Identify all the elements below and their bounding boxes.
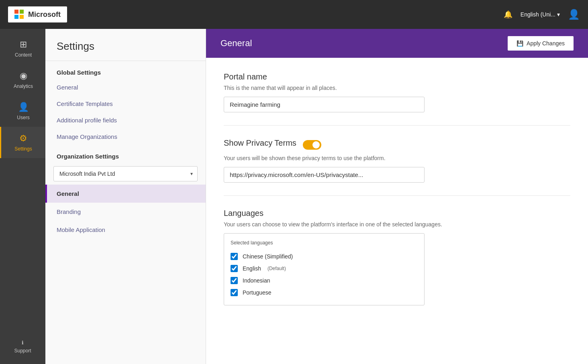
portal-name-description: This is the name that will appear in all…	[224, 85, 570, 91]
languages-box: Selected languages Chinese (Simplified) …	[224, 233, 425, 305]
global-general-item[interactable]: General	[45, 79, 206, 96]
content-area: General 💾 Apply Changes Portal name This…	[206, 29, 588, 364]
nav-item-settings[interactable]: ⚙ Settings	[0, 127, 45, 158]
nav-label-content: Content	[15, 52, 32, 58]
global-settings-header: Global Settings	[45, 61, 206, 79]
language-selector[interactable]: English (Uni... ▾	[521, 11, 560, 18]
topbar-right: 🔔 English (Uni... ▾ 👤	[504, 9, 580, 20]
lang-checkbox-portuguese[interactable]	[231, 289, 238, 296]
language-label: English (Uni...	[521, 11, 555, 18]
nav-label-analytics: Analytics	[14, 83, 33, 89]
selected-languages-label: Selected languages	[231, 240, 418, 246]
ms-logo: Microsoft	[8, 6, 67, 22]
user-avatar-icon[interactable]: 👤	[568, 9, 580, 20]
ms-brand-name: Microsoft	[28, 10, 61, 19]
global-additional-profile-fields-item[interactable]: Additional profile fields	[45, 112, 206, 128]
ms-grid-green	[20, 10, 24, 14]
users-icon: 👤	[18, 102, 29, 112]
privacy-terms-description: Your users will be shown these privacy t…	[224, 155, 570, 161]
language-chevron-icon: ▾	[557, 11, 560, 18]
lang-item-chinese: Chinese (Simplified)	[231, 250, 418, 262]
global-manage-organizations-item[interactable]: Manage Organizations	[45, 128, 206, 145]
nav-label-settings: Settings	[14, 146, 32, 152]
content-icon: ⊞	[20, 39, 27, 50]
privacy-toggle-slider	[303, 140, 321, 150]
ms-grid-red	[14, 10, 18, 14]
divider-1	[224, 125, 570, 126]
content-body: Portal name This is the name that will a…	[206, 58, 588, 364]
analytics-icon: ◉	[20, 71, 27, 81]
main-layout: ⊞ Content ◉ Analytics 👤 Users ⚙ Settings…	[0, 29, 588, 364]
settings-icon: ⚙	[19, 133, 27, 144]
lang-item-portuguese: Portuguese	[231, 287, 418, 299]
apply-changes-button[interactable]: 💾 Apply Changes	[508, 36, 574, 51]
privacy-terms-section: Show Privacy Terms Your users will be sh…	[224, 138, 570, 183]
nav-label-users: Users	[17, 115, 29, 120]
lang-item-indonesian: Indonesian	[231, 275, 418, 287]
languages-description: Your users can choose to view the platfo…	[224, 221, 570, 228]
global-certificate-templates-item[interactable]: Certificate Templates	[45, 96, 206, 112]
org-dropdown-wrap: Microsoft India Pvt Ltd ▾	[53, 166, 198, 181]
left-nav: ⊞ Content ◉ Analytics 👤 Users ⚙ Settings…	[0, 29, 45, 364]
nav-label-support: Support	[14, 348, 31, 354]
privacy-terms-title: Show Privacy Terms	[224, 138, 296, 148]
ms-logo-grid	[14, 10, 24, 19]
lang-checkbox-indonesian[interactable]	[231, 277, 238, 284]
lang-label-chinese: Chinese (Simplified)	[243, 253, 293, 260]
content-page-title: General	[220, 38, 252, 49]
languages-section: Languages Your users can choose to view …	[224, 209, 570, 305]
org-mobile-application-item[interactable]: Mobile Application	[45, 221, 206, 239]
privacy-toggle-row: Show Privacy Terms	[224, 138, 570, 151]
org-general-item[interactable]: General	[45, 185, 206, 203]
lang-checkbox-english[interactable]	[231, 265, 238, 272]
apply-changes-label: Apply Changes	[527, 40, 565, 47]
topbar: Microsoft 🔔 English (Uni... ▾ 👤	[0, 0, 588, 29]
nav-item-users[interactable]: 👤 Users	[0, 96, 45, 127]
support-icon: ℹ	[22, 340, 24, 346]
portal-name-input[interactable]	[224, 97, 425, 112]
ms-grid-blue	[14, 15, 18, 19]
nav-item-support[interactable]: ℹ Support	[0, 333, 45, 360]
settings-panel-title: Settings	[45, 29, 206, 61]
apply-changes-save-icon: 💾	[517, 40, 523, 47]
languages-title: Languages	[224, 209, 570, 218]
lang-label-portuguese: Portuguese	[243, 289, 272, 296]
lang-item-english: English (Default)	[231, 262, 418, 275]
nav-item-content[interactable]: ⊞ Content	[0, 33, 45, 64]
org-settings-header: Organization Settings	[45, 145, 206, 163]
nav-item-analytics[interactable]: ◉ Analytics	[0, 64, 45, 96]
content-header: General 💾 Apply Changes	[206, 29, 588, 58]
lang-checkbox-chinese[interactable]	[231, 253, 238, 260]
privacy-url-input[interactable]	[224, 167, 425, 183]
org-dropdown[interactable]: Microsoft India Pvt Ltd	[53, 166, 198, 181]
notification-bell-icon[interactable]: 🔔	[504, 10, 512, 19]
portal-name-section: Portal name This is the name that will a…	[224, 72, 570, 112]
lang-default-badge-english: (Default)	[267, 266, 286, 271]
lang-label-indonesian: Indonesian	[243, 277, 270, 284]
divider-2	[224, 195, 570, 196]
lang-label-english: English	[243, 265, 261, 272]
privacy-toggle[interactable]	[303, 140, 321, 150]
portal-name-title: Portal name	[224, 72, 570, 81]
ms-grid-yellow	[20, 15, 24, 19]
settings-panel: Settings Global Settings General Certifi…	[45, 29, 206, 364]
org-branding-item[interactable]: Branding	[45, 203, 206, 221]
